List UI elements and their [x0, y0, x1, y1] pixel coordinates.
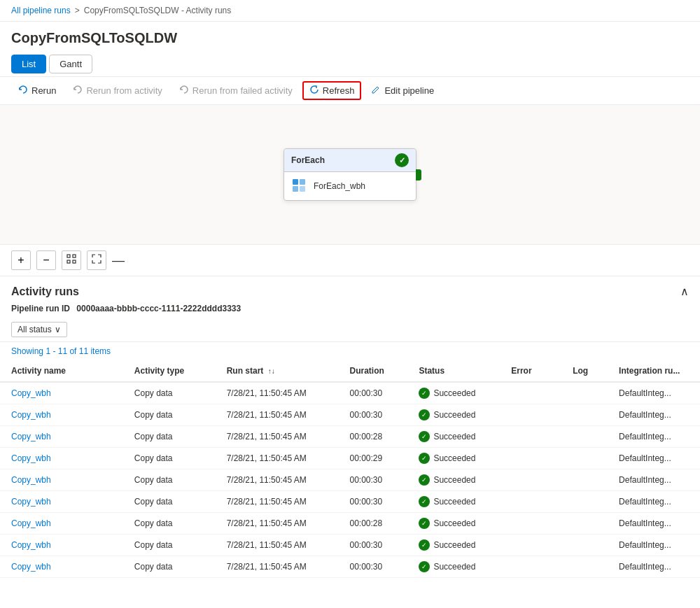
- cell-error: [500, 535, 561, 556]
- fit-icon: [66, 254, 76, 267]
- breadcrumb-link[interactable]: All pipeline runs: [11, 6, 71, 15]
- cell-activity-type: Copy data: [123, 382, 216, 404]
- status-text: Succeeded: [433, 410, 475, 420]
- pipeline-node-foreach[interactable]: ForEach ✓ ForEach_wbh: [284, 148, 416, 201]
- cell-status: ✓ Succeeded: [407, 513, 500, 535]
- cell-status: ✓ Succeeded: [407, 382, 500, 404]
- node-header: ForEach ✓: [284, 149, 416, 172]
- toolbar: Rerun Rerun from activity Rerun from fai…: [0, 77, 700, 105]
- cell-activity-name: Copy_wbh: [0, 382, 123, 404]
- cell-run-start: 7/28/21, 11:50:45 AM: [216, 382, 339, 404]
- table-row[interactable]: Copy_wbh Copy data 7/28/21, 11:50:45 AM …: [0, 404, 700, 426]
- cell-log: [561, 448, 608, 469]
- svg-rect-1: [300, 179, 305, 185]
- svg-rect-5: [73, 255, 76, 257]
- cell-log: [561, 426, 608, 448]
- table-header-row: Activity name Activity type Run start ↑↓…: [0, 360, 700, 382]
- showing-prefix: Showing: [11, 346, 46, 356]
- refresh-button[interactable]: Refresh: [302, 81, 362, 100]
- status-filter-dropdown[interactable]: All status ∨: [11, 322, 67, 337]
- fit-view-button[interactable]: [62, 250, 81, 270]
- collapse-button[interactable]: ∧: [680, 285, 689, 298]
- pipeline-canvas: ForEach ✓ ForEach_wbh: [0, 105, 700, 245]
- cell-error: [500, 382, 561, 404]
- cell-run-start: 7/28/21, 11:50:45 AM: [216, 469, 339, 491]
- tab-bar: List Gantt: [0, 52, 700, 77]
- cell-log: [561, 469, 608, 491]
- zoom-in-button[interactable]: +: [11, 250, 31, 270]
- rerun-from-activity-icon: [73, 85, 83, 97]
- rerun-from-failed-icon: [179, 85, 189, 97]
- table-row[interactable]: Copy_wbh Copy data 7/28/21, 11:50:45 AM …: [0, 382, 700, 404]
- status-succeeded-icon: ✓: [419, 453, 430, 464]
- cell-integration-runtime: DefaultInteg...: [608, 491, 700, 513]
- col-header-activity-type: Activity type: [123, 360, 216, 382]
- cell-duration: 00:00:30: [338, 491, 407, 513]
- cell-activity-type: Copy data: [123, 491, 216, 513]
- rerun-icon: [18, 85, 28, 97]
- status-succeeded-icon: ✓: [419, 496, 430, 507]
- rerun-from-failed-button[interactable]: Rerun from failed activity: [172, 81, 300, 100]
- svg-rect-7: [73, 260, 76, 263]
- pipeline-run-id-row: Pipeline run ID 0000aaaa-bbbb-cccc-1111-…: [0, 301, 700, 319]
- breadcrumb-sep: >: [75, 6, 80, 15]
- col-header-integration-runtime: Integration ru...: [608, 360, 700, 382]
- cell-duration: 00:00:30: [338, 404, 407, 426]
- table-row[interactable]: Copy_wbh Copy data 7/28/21, 11:50:45 AM …: [0, 448, 700, 469]
- cell-integration-runtime: DefaultInteg...: [608, 513, 700, 535]
- status-succeeded-icon: ✓: [419, 431, 430, 442]
- plus-icon: +: [18, 254, 24, 267]
- col-header-error: Error: [500, 360, 561, 382]
- cell-status: ✓ Succeeded: [407, 535, 500, 556]
- cell-activity-type: Copy data: [123, 404, 216, 426]
- table-row[interactable]: Copy_wbh Copy data 7/28/21, 11:50:45 AM …: [0, 426, 700, 448]
- cell-error: [500, 556, 561, 578]
- cell-error: [500, 513, 561, 535]
- tab-list[interactable]: List: [11, 55, 46, 73]
- cell-activity-name: Copy_wbh: [0, 535, 123, 556]
- cell-activity-type: Copy data: [123, 513, 216, 535]
- cell-run-start: 7/28/21, 11:50:45 AM: [216, 448, 339, 469]
- node-title: ForEach: [291, 155, 325, 165]
- fullscreen-button[interactable]: [87, 250, 106, 270]
- rerun-from-activity-button[interactable]: Rerun from activity: [66, 81, 169, 100]
- cell-duration: 00:00:28: [338, 426, 407, 448]
- edit-pipeline-button[interactable]: Edit pipeline: [364, 81, 441, 100]
- cell-log: [561, 513, 608, 535]
- cell-duration: 00:00:30: [338, 469, 407, 491]
- table-row[interactable]: Copy_wbh Copy data 7/28/21, 11:50:45 AM …: [0, 535, 700, 556]
- canvas-controls: + − —: [0, 245, 700, 276]
- cell-activity-type: Copy data: [123, 535, 216, 556]
- cell-activity-name: Copy_wbh: [0, 491, 123, 513]
- status-succeeded-icon: ✓: [419, 539, 430, 551]
- cell-error: [500, 448, 561, 469]
- status-succeeded-icon: ✓: [419, 561, 430, 572]
- section-title: Activity runs: [11, 285, 79, 298]
- cell-run-start: 7/28/21, 11:50:45 AM: [216, 535, 339, 556]
- cell-duration: 00:00:30: [338, 382, 407, 404]
- status-text: Succeeded: [433, 540, 475, 550]
- pipeline-run-id-value: 0000aaaa-bbbb-cccc-1111-2222dddd3333: [76, 304, 241, 313]
- cell-activity-type: Copy data: [123, 469, 216, 491]
- col-header-run-start[interactable]: Run start ↑↓: [216, 360, 339, 382]
- showing-suffix: of 11 items: [67, 346, 111, 356]
- cell-activity-type: Copy data: [123, 448, 216, 469]
- table-row[interactable]: Copy_wbh Copy data 7/28/21, 11:50:45 AM …: [0, 469, 700, 491]
- cell-integration-runtime: DefaultInteg...: [608, 535, 700, 556]
- refresh-label: Refresh: [323, 85, 355, 96]
- edit-pipeline-label: Edit pipeline: [384, 85, 434, 96]
- rerun-from-activity-label: Rerun from activity: [86, 85, 162, 96]
- cell-duration: 00:00:29: [338, 448, 407, 469]
- rerun-button[interactable]: Rerun: [11, 81, 63, 100]
- cell-error: [500, 426, 561, 448]
- zoom-out-button[interactable]: −: [36, 250, 56, 270]
- cell-log: [561, 535, 608, 556]
- table-row[interactable]: Copy_wbh Copy data 7/28/21, 11:50:45 AM …: [0, 513, 700, 535]
- table-row[interactable]: Copy_wbh Copy data 7/28/21, 11:50:45 AM …: [0, 491, 700, 513]
- pipeline-run-id-label: Pipeline run ID: [11, 304, 70, 313]
- cell-status: ✓ Succeeded: [407, 491, 500, 513]
- node-body: ForEach_wbh: [284, 172, 416, 200]
- tab-gantt[interactable]: Gantt: [49, 55, 92, 73]
- cell-activity-type: Copy data: [123, 426, 216, 448]
- table-row[interactable]: Copy_wbh Copy data 7/28/21, 11:50:45 AM …: [0, 556, 700, 578]
